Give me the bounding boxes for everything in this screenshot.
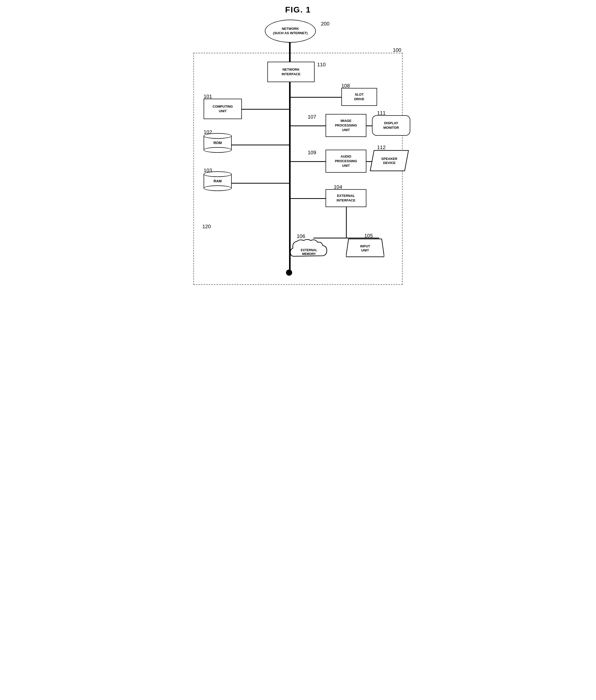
label-112: 112 [377,145,386,151]
ram-label: RAM [214,179,222,183]
ram-bottom [204,185,232,191]
input-unit-svg: INPUT UNIT [346,238,384,258]
rom-cylinder: ROM [204,133,232,153]
page: FIG. 1 200 NETWORK (SUCH AS INTERNET) 10… [183,5,413,300]
slot-drive-box: SLOT DRIVE [341,88,377,106]
line-to-ext-interface [290,198,326,199]
diagram: 200 NETWORK (SUCH AS INTERNET) 100 NETWO… [183,20,413,300]
label-107: 107 [308,114,316,120]
image-processing-label: IMAGE PROCESSING UNIT [335,119,357,133]
svg-text:UNIT: UNIT [361,249,369,252]
network-cloud: NETWORK (SUCH AS INTERNET) [265,20,316,43]
rom-label: ROM [214,141,222,145]
line-from-rom [232,145,290,145]
image-processing-box: IMAGE PROCESSING UNIT [326,114,366,137]
computing-unit-label: COMPUTING UNIT [213,104,233,113]
network-label: NETWORK (SUCH AS INTERNET) [273,27,307,35]
svg-text:INPUT: INPUT [360,244,370,248]
line-to-display-monitor [366,126,372,126]
line-to-audio-proc [290,161,326,162]
label-110: 110 [317,62,326,68]
svg-text:SPEAKER: SPEAKER [381,157,398,161]
external-interface-label: EXTERNAL INTERFACE [337,193,355,203]
audio-processing-box: AUDIO PROCESSING UNIT [326,150,366,173]
network-interface-label: NETWORK INTERFACE [282,67,301,77]
line-to-slot-drive [290,97,341,98]
label-105: 105 [364,233,373,239]
label-100: 100 [393,47,401,53]
computing-unit-box: COMPUTING UNIT [204,99,242,119]
external-memory-svg: EXTERNAL MEMORY [289,238,330,261]
label-109: 109 [308,150,316,156]
audio-processing-label: AUDIO PROCESSING UNIT [335,154,357,168]
display-monitor-label: DISPLAY MONITOR [383,121,399,130]
ram-cylinder: RAM [204,171,232,191]
rom-bottom [204,147,232,153]
label-101: 101 [204,94,212,100]
label-106: 106 [297,233,305,239]
label-120: 120 [202,224,211,230]
line-from-ram [232,183,290,184]
fig-title: FIG. 1 [183,5,413,15]
svg-text:EXTERNAL: EXTERNAL [301,249,317,252]
line-from-computing [242,109,290,110]
label-103: 103 [204,167,212,174]
label-111: 111 [377,110,386,116]
network-interface-box: NETWORK INTERFACE [267,62,315,82]
vline-from-ext-iface [346,207,347,238]
label-200: 200 [321,21,329,27]
label-108: 108 [341,83,350,89]
slot-drive-label: SLOT DRIVE [354,92,364,102]
svg-marker-0 [370,151,408,171]
display-monitor-box: DISPLAY MONITOR [372,115,410,136]
label-102: 102 [204,129,212,135]
bus-terminator [286,269,292,276]
speaker-device-svg: SPEAKER DEVICE [369,149,410,172]
svg-text:MEMORY: MEMORY [302,252,316,256]
line-to-image-proc [290,126,326,126]
label-104: 104 [334,184,342,190]
svg-text:DEVICE: DEVICE [383,161,396,165]
external-interface-box: EXTERNAL INTERFACE [326,189,366,207]
